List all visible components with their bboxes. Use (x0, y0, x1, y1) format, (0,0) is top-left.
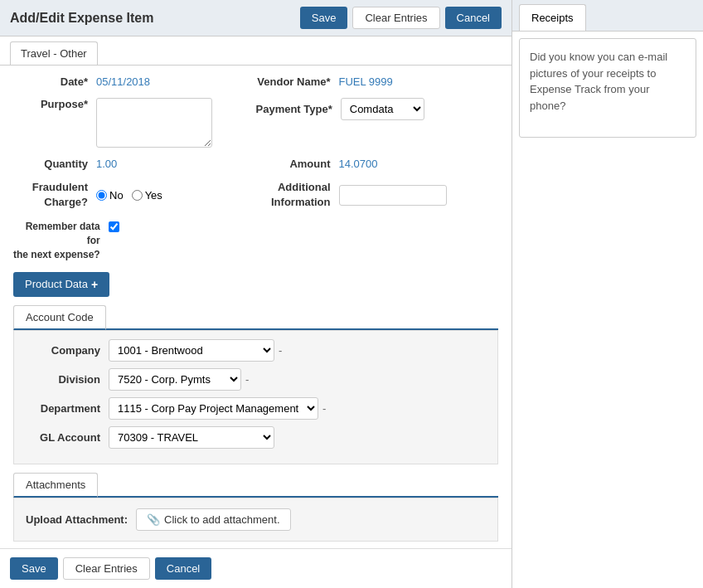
date-label: Date* (13, 75, 96, 88)
cancel-button-bottom[interactable]: Cancel (155, 557, 211, 580)
department-select[interactable]: 1115 - Corp Pay Project Management (109, 397, 318, 420)
main-tab-bar: Travel - Other (0, 36, 511, 66)
company-row: Company 1001 - Brentwood - (26, 339, 486, 362)
division-label: Division (26, 373, 109, 386)
gl-account-select[interactable]: 70309 - TRAVEL (109, 426, 274, 449)
page-title: Add/Edit Expense Item (10, 11, 153, 26)
purpose-input[interactable] (96, 98, 212, 148)
quantity-label: Quantity (13, 158, 96, 170)
product-data-label: Product Data (25, 278, 88, 290)
fraudulent-radio-group: No Yes (96, 189, 162, 202)
fraudulent-no-radio[interactable] (96, 190, 107, 201)
purpose-group: Purpose* (13, 98, 256, 148)
company-dash: - (279, 344, 282, 357)
remember-row: Remember dataforthe next expense? (13, 220, 498, 261)
paperclip-icon: 📎 (147, 513, 160, 526)
vendor-value: FUEL 9999 (339, 75, 393, 88)
fraudulent-yes-option[interactable]: Yes (132, 189, 162, 202)
payment-type-label: Payment Type* (256, 103, 341, 115)
additional-info-label: AdditionalInformation (256, 180, 339, 210)
upload-label: Upload Attachment: (26, 513, 128, 526)
tab-travel-other[interactable]: Travel - Other (10, 41, 98, 65)
clear-entries-button-bottom[interactable]: Clear Entries (63, 557, 150, 580)
date-value: 05/11/2018 (96, 75, 150, 88)
quantity-group: Quantity 1.00 (13, 158, 256, 170)
attachments-section: Attachments Upload Attachment: 📎 Click t… (13, 473, 498, 542)
tab-attachments[interactable]: Attachments (13, 473, 98, 498)
tab-account-code[interactable]: Account Code (13, 305, 106, 330)
amount-group: Amount 14.0700 (256, 158, 499, 170)
division-select[interactable]: 7520 - Corp. Pymts (109, 368, 241, 391)
receipts-content: Did you know you can e-mail pictures of … (519, 38, 696, 138)
save-button-bottom[interactable]: Save (10, 557, 58, 580)
department-row: Department 1115 - Corp Pay Project Manag… (26, 397, 486, 420)
fraudulent-yes-radio[interactable] (132, 190, 143, 201)
receipts-info-text: Did you know you can e-mail pictures of … (530, 51, 667, 112)
division-row: Division 7520 - Corp. Pymts - (26, 368, 486, 391)
fraudulent-label: FraudulentCharge? (13, 180, 96, 210)
account-code-section: Company 1001 - Brentwood - Division 7520… (13, 330, 498, 464)
product-data-section: Product Data + (13, 272, 498, 297)
quantity-value: 1.00 (96, 158, 117, 170)
date-vendor-row: Date* 05/11/2018 Vendor Name* FUEL 9999 (13, 75, 498, 88)
gl-account-row: GL Account 70309 - TRAVEL (26, 426, 486, 449)
tab-receipts[interactable]: Receipts (519, 4, 586, 31)
account-code-tab-bar: Account Code (13, 305, 498, 330)
header: Add/Edit Expense Item Save Clear Entries… (0, 0, 511, 36)
attachments-content: Upload Attachment: 📎 Click to add attach… (13, 498, 498, 542)
right-panel: Receipts Did you know you can e-mail pic… (512, 0, 703, 588)
receipts-tab-bar: Receipts (512, 0, 703, 32)
upload-btn-label: Click to add attachment. (164, 513, 279, 526)
header-buttons: Save Clear Entries Cancel (300, 7, 502, 29)
division-dash: - (245, 373, 249, 386)
purpose-payment-row: Purpose* Payment Type* Comdata Credit Ca… (13, 98, 498, 148)
clear-entries-button-top[interactable]: Clear Entries (352, 7, 439, 29)
qty-amount-row: Quantity 1.00 Amount 14.0700 (13, 158, 498, 170)
fraudulent-yes-label: Yes (145, 189, 162, 202)
vendor-group: Vendor Name* FUEL 9999 (256, 75, 499, 88)
fraud-additional-row: FraudulentCharge? No Yes AdditionalInfor (13, 180, 498, 210)
company-select[interactable]: 1001 - Brentwood (109, 339, 274, 362)
department-dash: - (322, 402, 326, 415)
cancel-button-top[interactable]: Cancel (445, 7, 502, 29)
purpose-label: Purpose* (13, 98, 96, 110)
payment-group: Payment Type* Comdata Credit Card Cash C… (256, 98, 499, 120)
date-group: Date* 05/11/2018 (13, 75, 256, 88)
footer-buttons: Save Clear Entries Cancel (0, 548, 511, 588)
gl-account-label: GL Account (26, 431, 109, 444)
fraudulent-no-label: No (109, 189, 124, 202)
upload-attachment-button[interactable]: 📎 Click to add attachment. (136, 508, 290, 531)
remember-checkbox[interactable] (109, 221, 119, 232)
remember-label: Remember dataforthe next expense? (13, 220, 109, 261)
additional-info-input[interactable] (339, 185, 447, 206)
fraudulent-group: FraudulentCharge? No Yes (13, 180, 256, 210)
amount-value: 14.0700 (339, 158, 378, 170)
product-data-button[interactable]: Product Data + (13, 272, 109, 297)
department-label: Department (26, 402, 109, 415)
form-content: Date* 05/11/2018 Vendor Name* FUEL 9999 … (0, 66, 511, 548)
save-button-top[interactable]: Save (300, 7, 348, 29)
vendor-label: Vendor Name* (256, 75, 339, 88)
plus-icon: + (91, 278, 98, 291)
payment-type-select[interactable]: Comdata Credit Card Cash Check (341, 98, 424, 120)
attachments-tab-bar: Attachments (13, 473, 498, 498)
fraudulent-no-option[interactable]: No (96, 189, 124, 202)
company-label: Company (26, 344, 109, 357)
additional-info-group: AdditionalInformation (256, 180, 499, 210)
amount-label: Amount (256, 158, 339, 170)
